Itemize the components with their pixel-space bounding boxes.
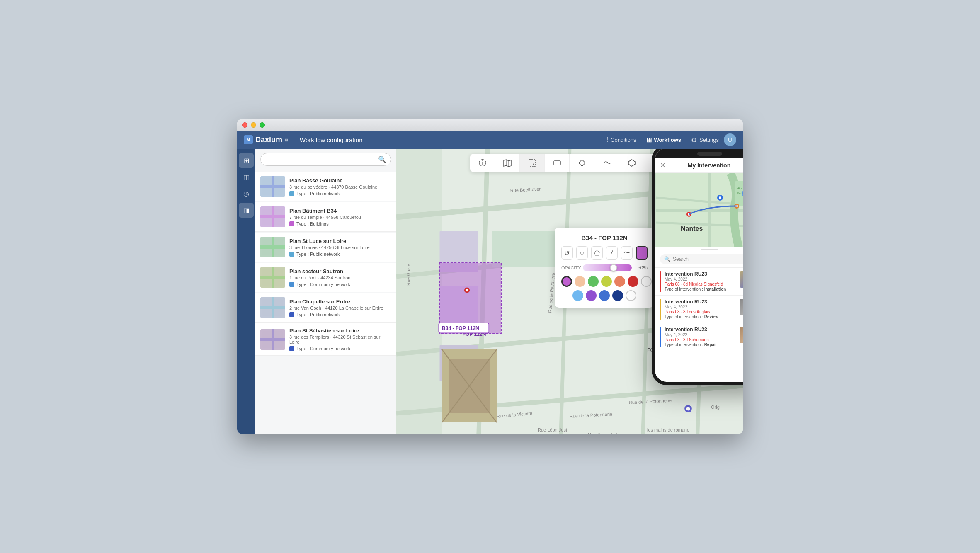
phone-map-bg: Hippodrome du Petit Port (655, 173, 743, 247)
nav-workflows[interactable]: ⊞ Workflows (646, 136, 682, 144)
plan-item-plan3[interactable]: Plan St Luce sur Loire 3 rue Thomas · 44… (255, 233, 396, 262)
opacity-slider[interactable] (583, 264, 632, 271)
tool-reset[interactable]: ↺ (561, 246, 573, 260)
topbar: M Daxium ⊞ Workflow configuration ! Cond… (237, 131, 743, 149)
sidebar-layers-btn[interactable]: ◫ (239, 170, 254, 184)
svg-text:Rue Beethoven: Rue Beethoven (510, 187, 541, 193)
plan-info: Plan Bâtiment B34 7 rue du Temple · 4456… (289, 208, 391, 226)
plan-thumb (260, 329, 285, 350)
nav-conditions[interactable]: ! Conditions (606, 136, 636, 143)
item-info: Intervention RU23 May 4, 2022 Paris 08 ·… (665, 327, 736, 347)
plan-item-plan5[interactable]: Plan Chapelle sur Erdre 2 rue Van Gogh ·… (255, 293, 396, 323)
color-swatch-violet[interactable] (586, 290, 597, 301)
svg-text:Rue Pierre Loti: Rue Pierre Loti (588, 432, 618, 434)
user-avatar[interactable]: U (724, 133, 736, 146)
svg-rect-72 (439, 323, 489, 333)
tool-diamond[interactable] (570, 154, 594, 172)
item-type-value: Repair (704, 342, 717, 347)
nav-conditions-label: Conditions (611, 137, 636, 143)
item-type-value: Review (704, 315, 718, 319)
tool-map[interactable] (495, 154, 520, 172)
svg-marker-28 (628, 160, 635, 166)
color-grid-row1 (561, 276, 648, 287)
tool-line[interactable] (594, 154, 619, 172)
tool-wave[interactable]: 〜 (621, 246, 633, 260)
search-input[interactable] (265, 156, 376, 163)
type-label: Type : Community network (296, 346, 350, 351)
plan-type: Type : Public network (289, 191, 391, 196)
item-line (660, 327, 661, 347)
plans-panel: 🔍 Plan Basse Goulaine 3 rue du belvédère… (255, 149, 396, 434)
plan-item-plan1[interactable]: Plan Basse Goulaine 3 rue du belvédère ·… (255, 172, 396, 201)
color-swatch-salmon[interactable] (614, 276, 625, 287)
svg-rect-58 (449, 359, 490, 413)
item-info: Intervention RU23 May 4, 2022 Paris 08 ·… (665, 271, 736, 291)
plan-item-plan2[interactable]: Plan Bâtiment B34 7 rue du Temple · 4456… (255, 202, 396, 232)
tool-circle[interactable]: ○ (576, 246, 588, 260)
color-swatch-white-outlined[interactable] (626, 290, 636, 301)
drag-handle (655, 247, 743, 251)
opacity-thumb[interactable] (610, 264, 617, 272)
svg-text:Origi: Origi (711, 405, 720, 410)
active-color-swatch[interactable] (636, 246, 648, 260)
svg-line-59 (442, 349, 497, 422)
svg-rect-26 (529, 160, 536, 166)
sidebar-history-btn[interactable]: ◷ (239, 186, 254, 201)
plan-info: Plan secteur Sautron 1 rue du Pont · 442… (289, 268, 391, 287)
plan-info: Plan Chapelle sur Erdre 2 rue Van Gogh ·… (289, 298, 391, 317)
item-date: May 4, 2022 (665, 332, 736, 337)
svg-rect-57 (442, 349, 497, 422)
color-swatch-empty[interactable] (641, 276, 652, 287)
minimize-button[interactable] (251, 122, 256, 128)
plan-type: Type : Public network (289, 252, 391, 257)
type-label: Type : Buildings (296, 221, 329, 226)
plan-item-plan4[interactable]: Plan secteur Sautron 1 rue du Pont · 442… (255, 263, 396, 292)
item-title: Intervention RU23 (665, 271, 736, 277)
nav-settings[interactable]: ⚙ Settings (691, 136, 719, 144)
phone-list-item[interactable]: Intervention RU23 May 4, 2022 Paris 08 ·… (655, 296, 743, 323)
plan-addr: 3 rue du belvédère · 44370 Basse Goulain… (289, 184, 391, 189)
svg-rect-27 (554, 161, 560, 165)
phone-close-btn[interactable]: ✕ (660, 161, 665, 169)
plan-thumb (260, 176, 285, 197)
svg-text:Rue Guste: Rue Guste (406, 264, 411, 286)
search-wrap[interactable]: 🔍 (260, 153, 391, 166)
color-swatch-darkblue[interactable] (612, 290, 623, 301)
svg-text:Nantes: Nantes (681, 225, 703, 232)
tool-pentagon[interactable]: ⬠ (591, 246, 603, 260)
svg-rect-55 (492, 231, 556, 267)
sidebar-files-btn[interactable]: ◨ (239, 203, 254, 218)
phone-list-item[interactable]: Intervention RU23 May 4, 2022 Paris 08 ·… (655, 323, 743, 351)
tool-info[interactable]: ⓘ (470, 154, 495, 172)
tool-select[interactable] (520, 154, 545, 172)
plan-info: Plan St Luce sur Loire 3 rue Thomas · 44… (289, 238, 391, 257)
type-label: Type : Community network (296, 282, 350, 287)
tool-polygon[interactable] (619, 154, 644, 172)
workflows-icon: ⊞ (646, 136, 652, 144)
color-swatch-red[interactable] (628, 276, 638, 287)
svg-rect-52 (440, 231, 479, 272)
phone-search-inner[interactable]: 🔍 Search (660, 254, 743, 264)
item-thumb (740, 299, 743, 315)
plan-item-plan6[interactable]: Plan St Sébastien sur Loire 3 rue des Te… (255, 323, 396, 356)
type-color-dot (289, 191, 294, 196)
color-swatch-purple[interactable] (561, 276, 572, 287)
sidebar-grid-btn[interactable]: ⊞ (239, 153, 254, 168)
close-button[interactable] (242, 122, 247, 128)
color-swatch-green[interactable] (588, 276, 599, 287)
color-swatch-lightblue[interactable] (572, 290, 583, 301)
plan-name: Plan secteur Sautron (289, 268, 391, 274)
color-swatch-blue[interactable] (599, 290, 610, 301)
color-swatch-peach[interactable] (575, 276, 585, 287)
type-color-dot (289, 252, 294, 257)
tool-rect[interactable] (545, 154, 570, 172)
style-popup-title: B34 - FOP 112N (561, 234, 648, 241)
tool-slash[interactable]: / (606, 246, 618, 260)
map-area[interactable]: ⓘ (396, 149, 743, 434)
page-title: Workflow configuration (300, 136, 602, 143)
plans-list: Plan Basse Goulaine 3 rue du belvédère ·… (255, 170, 396, 434)
color-swatch-lime[interactable] (601, 276, 612, 287)
maximize-button[interactable] (260, 122, 265, 128)
item-date: May 4, 2022 (665, 277, 736, 281)
phone-list-item[interactable]: Intervention RU23 May 4, 2022 Paris 08 ·… (655, 268, 743, 296)
